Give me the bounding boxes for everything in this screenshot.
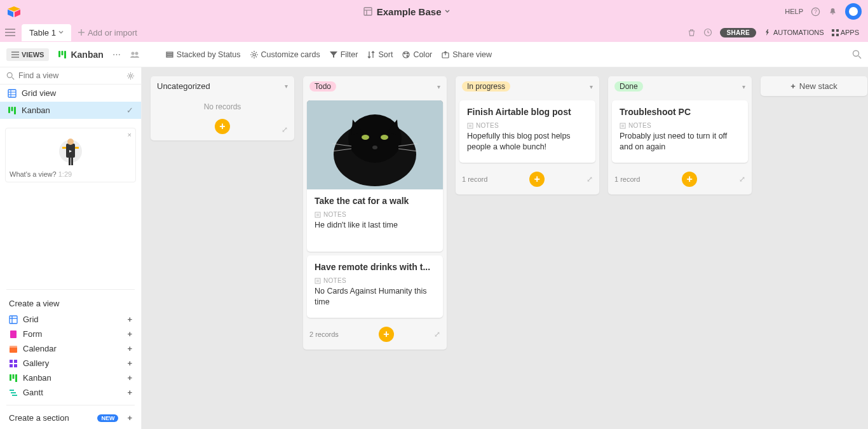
automation-icon [764, 29, 771, 36]
chevron-down-icon[interactable]: ▾ [590, 83, 593, 90]
new-stack-button[interactable]: + New stack [761, 76, 867, 96]
base-name[interactable]: Example Base [377, 6, 442, 17]
stack-header[interactable]: Uncategorized ▾ [151, 76, 294, 96]
share-button[interactable]: SHARE [720, 28, 756, 37]
svg-point-35 [853, 51, 859, 57]
chevron-down-icon[interactable]: ▾ [437, 83, 440, 90]
kanban-card[interactable]: Take the cat for a walk NOTES He didn't … [307, 100, 443, 252]
svg-point-37 [7, 72, 12, 78]
card-notes: He didn't like it last time [315, 220, 435, 242]
grid-icon [9, 315, 18, 324]
customize-cards-button[interactable]: Customize cards [250, 50, 320, 59]
svg-rect-66 [13, 374, 15, 379]
color-button[interactable]: Color [402, 50, 432, 59]
kanban-icon [58, 50, 67, 59]
svg-rect-14 [832, 29, 834, 32]
plus-icon: + [127, 358, 132, 368]
bell-icon[interactable] [828, 7, 837, 17]
automations-link[interactable]: AUTOMATIONS [764, 29, 824, 36]
promo-illustration [10, 132, 132, 170]
chevron-down-icon[interactable] [445, 9, 450, 14]
sort-button[interactable]: Sort [367, 50, 393, 59]
kanban-card[interactable]: Finish Airtable blog post NOTES Hopefull… [459, 100, 595, 163]
stacked-by-button[interactable]: Stacked by Status [165, 50, 241, 59]
collaborators-icon[interactable] [130, 51, 140, 58]
app-logo[interactable] [6, 4, 22, 19]
history-icon[interactable] [703, 28, 712, 37]
apps-link[interactable]: APPS [832, 29, 859, 36]
view-toolbar: VIEWS Kanban ⋯ Stacked by Status Customi… [0, 42, 868, 67]
svg-rect-69 [11, 392, 16, 393]
plus-icon: + [127, 329, 132, 339]
views-toggle[interactable]: VIEWS [6, 48, 49, 61]
svg-rect-44 [8, 107, 10, 113]
svg-rect-89 [468, 123, 473, 128]
user-avatar[interactable] [845, 3, 862, 20]
kanban-card[interactable]: Troubleshoot PC NOTES Probably just need… [612, 100, 748, 163]
gear-icon[interactable] [126, 72, 135, 80]
current-view-name[interactable]: Kanban [58, 50, 103, 60]
svg-rect-3 [364, 8, 372, 15]
svg-line-38 [12, 77, 14, 79]
kanban-board[interactable]: Uncategorized ▾ No records + ⤢ Todo ▾ [142, 67, 868, 429]
gantt-icon [9, 388, 18, 397]
find-view-input[interactable] [18, 71, 123, 80]
filter-button[interactable]: Filter [329, 50, 358, 59]
chevron-down-icon[interactable]: ▾ [742, 83, 745, 90]
create-form[interactable]: Form+ [0, 327, 141, 341]
add-record-button[interactable]: + [379, 327, 394, 342]
create-calendar[interactable]: Calendar+ [0, 341, 141, 356]
share-view-button[interactable]: Share view [441, 50, 492, 59]
view-item-grid[interactable]: Grid view [0, 85, 141, 102]
kanban-card[interactable]: Have remote drinks with t... NOTES No Ca… [307, 255, 443, 318]
table-tab[interactable]: Table 1 [22, 24, 71, 41]
add-record-button[interactable]: + [215, 119, 230, 134]
plus-icon: + [127, 344, 132, 353]
create-section[interactable]: Create a section NEW + [0, 411, 141, 429]
search-icon[interactable] [852, 50, 862, 59]
stack-header[interactable]: In progress ▾ [456, 76, 599, 97]
help-link[interactable]: HELP [785, 8, 803, 15]
plus-icon [78, 29, 85, 36]
color-icon [402, 50, 410, 59]
base-icon [363, 6, 373, 17]
hamburger-icon[interactable] [5, 29, 17, 36]
svg-text:?: ? [814, 8, 817, 15]
svg-rect-62 [14, 360, 17, 363]
share-icon [441, 50, 450, 59]
create-grid[interactable]: Grid+ [0, 312, 141, 327]
tabs-bar: Table 1 Add or import SHARE AUTOMATIONS … [0, 23, 868, 42]
search-icon [6, 72, 15, 80]
record-count: 1 record [614, 175, 640, 183]
expand-icon[interactable]: ⤢ [281, 125, 288, 134]
svg-rect-26 [166, 52, 173, 53]
trash-icon[interactable] [688, 29, 696, 37]
view-item-kanban[interactable]: Kanban ✓ [0, 102, 141, 119]
stack-header[interactable]: Done ▾ [608, 76, 752, 97]
close-icon[interactable]: × [128, 131, 132, 139]
sidebar-search[interactable] [0, 67, 141, 85]
create-gallery[interactable]: Gallery+ [0, 356, 141, 371]
notes-label: NOTES [315, 277, 435, 284]
add-record-button[interactable]: + [682, 172, 697, 187]
sort-icon [367, 50, 376, 59]
help-icon[interactable]: ? [811, 7, 820, 17]
expand-icon[interactable]: ⤢ [434, 330, 440, 339]
expand-icon[interactable]: ⤢ [739, 175, 745, 184]
stack-header[interactable]: Todo ▾ [303, 76, 447, 97]
view-menu-icon[interactable]: ⋯ [112, 50, 121, 59]
promo-card[interactable]: × What's a view? 1:29 [5, 128, 136, 182]
expand-icon[interactable]: ⤢ [587, 175, 593, 184]
chevron-down-icon[interactable]: ▾ [285, 83, 288, 90]
svg-point-31 [404, 53, 405, 54]
svg-point-49 [67, 139, 74, 145]
create-gantt[interactable]: Gantt+ [0, 385, 141, 400]
plus-icon: + [127, 388, 132, 397]
svg-rect-63 [10, 364, 13, 367]
create-kanban[interactable]: Kanban+ [0, 371, 141, 385]
filter-icon [329, 50, 338, 59]
add-tab-button[interactable]: Add or import [78, 28, 137, 37]
add-tab-label: Add or import [88, 28, 137, 37]
add-record-button[interactable]: + [529, 172, 545, 187]
tab-label: Table 1 [29, 28, 56, 37]
